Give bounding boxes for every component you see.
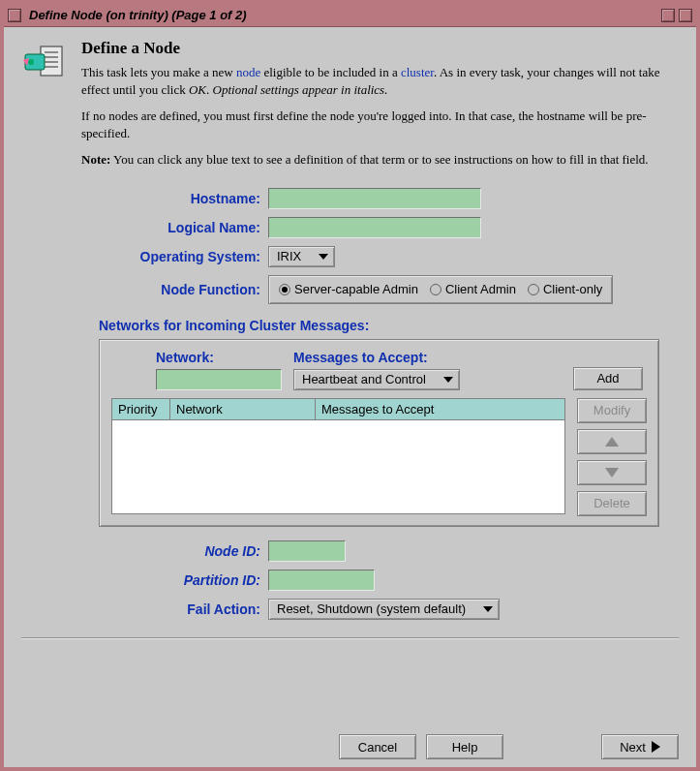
- logical-name-input[interactable]: [268, 217, 481, 238]
- cancel-label: Cancel: [358, 740, 397, 755]
- row-fail-action: Fail Action: Reset, Shutdown (system def…: [99, 599, 659, 620]
- next-button[interactable]: Next: [601, 734, 679, 759]
- desc-paragraph-note: Note: You can click any blue text to see…: [81, 151, 679, 169]
- arrow-down-icon: [605, 468, 619, 478]
- help-label: Help: [452, 740, 478, 755]
- hostname-input[interactable]: [268, 188, 481, 209]
- radio-client-only[interactable]: Client-only: [528, 282, 602, 296]
- footer: Cancel Help Next: [4, 734, 696, 767]
- maximize-button[interactable]: [679, 9, 692, 22]
- modify-button[interactable]: Modify: [577, 398, 647, 423]
- fail-action-value: Reset, Shutdown (system default): [277, 601, 466, 616]
- network-input[interactable]: [156, 369, 282, 390]
- label-messages-to-accept[interactable]: Messages to Accept:: [293, 350, 460, 365]
- label-logical-name[interactable]: Logical Name:: [99, 220, 268, 235]
- label-hostname[interactable]: Hostname:: [99, 191, 268, 206]
- side-buttons: Modify Delete: [577, 398, 647, 516]
- chevron-down-icon: [319, 254, 328, 260]
- modify-label: Modify: [593, 403, 630, 417]
- row-node-function: Node Function: Server-capable Admin Clie…: [99, 275, 659, 304]
- row-hostname: Hostname:: [99, 188, 659, 209]
- col-network[interactable]: Network: [170, 399, 316, 419]
- radio-icon: [528, 284, 539, 295]
- add-button-wrap: Add: [573, 367, 647, 390]
- network-column: Network:: [156, 350, 282, 390]
- operating-system-value: IRIX: [277, 249, 301, 263]
- delete-button[interactable]: Delete: [577, 491, 647, 516]
- operating-system-dropdown[interactable]: IRIX: [268, 246, 335, 267]
- label-operating-system[interactable]: Operating System:: [99, 249, 268, 264]
- networks-group: Network: Messages to Accept: Heartbeat a…: [99, 339, 659, 527]
- link-cluster[interactable]: cluster: [401, 65, 434, 79]
- content-area: Define a Node This task lets you make a …: [4, 27, 696, 734]
- radio-icon: [430, 284, 441, 295]
- node-function-radio-group: Server-capable Admin Client Admin Client…: [268, 275, 613, 304]
- col-priority[interactable]: Priority: [112, 399, 170, 419]
- col-messages[interactable]: Messages to Accept: [316, 399, 564, 419]
- header-row: Define a Node This task lets you make a …: [21, 39, 679, 178]
- row-partition-id: Partition ID:: [99, 570, 659, 591]
- radio-label: Server-capable Admin: [294, 282, 418, 296]
- desc1-pre: This task lets you make a new: [81, 65, 236, 79]
- svg-point-6: [28, 59, 34, 65]
- move-down-button[interactable]: [577, 460, 647, 485]
- radio-server-capable-admin[interactable]: Server-capable Admin: [279, 282, 418, 296]
- fail-action-dropdown[interactable]: Reset, Shutdown (system default): [268, 599, 500, 620]
- radio-client-admin[interactable]: Client Admin: [430, 282, 516, 296]
- window-frame: Define Node (on trinity) (Page 1 of 2) D…: [0, 0, 700, 771]
- radio-label: Client Admin: [445, 282, 516, 296]
- wizard-icon: [21, 39, 68, 85]
- node-id-input[interactable]: [268, 540, 346, 562]
- partition-id-input[interactable]: [268, 570, 375, 591]
- chevron-down-icon: [443, 377, 453, 383]
- table-header: Priority Network Messages to Accept: [112, 399, 564, 420]
- label-node-function[interactable]: Node Function:: [99, 282, 268, 297]
- messages-dropdown[interactable]: Heartbeat and Control: [293, 369, 460, 390]
- note-text: You can click any blue text to see a def…: [110, 152, 648, 167]
- add-button[interactable]: Add: [573, 367, 643, 390]
- delete-label: Delete: [593, 496, 630, 510]
- label-network[interactable]: Network:: [156, 350, 282, 365]
- networks-top-row: Network: Messages to Accept: Heartbeat a…: [111, 350, 647, 390]
- row-logical-name: Logical Name:: [99, 217, 659, 238]
- link-node[interactable]: node: [236, 65, 260, 79]
- titlebar: Define Node (on trinity) (Page 1 of 2): [4, 4, 696, 27]
- next-label: Next: [620, 740, 646, 755]
- note-label: Note:: [81, 152, 110, 167]
- section-networks-label[interactable]: Networks for Incoming Cluster Messages:: [99, 318, 659, 333]
- row-operating-system: Operating System: IRIX: [99, 246, 659, 267]
- desc1-italic: Optional settings appear in italics.: [213, 82, 388, 97]
- page-title: Define a Node: [81, 39, 679, 58]
- window-menu-button[interactable]: [8, 9, 21, 22]
- window-title: Define Node (on trinity) (Page 1 of 2): [21, 8, 661, 22]
- form-area: Hostname: Logical Name: Operating System…: [21, 188, 679, 628]
- arrow-up-icon: [605, 437, 619, 447]
- messages-value: Heartbeat and Control: [302, 372, 426, 386]
- radio-label: Client-only: [543, 282, 602, 296]
- arrow-right-icon: [652, 741, 660, 753]
- label-fail-action[interactable]: Fail Action:: [99, 601, 268, 617]
- radio-icon: [279, 284, 290, 295]
- separator: [21, 637, 679, 639]
- chevron-down-icon: [483, 606, 493, 612]
- desc-paragraph-2: If no nodes are defined, you must first …: [81, 108, 679, 141]
- row-node-id: Node ID:: [99, 540, 659, 562]
- messages-column: Messages to Accept: Heartbeat and Contro…: [293, 350, 460, 390]
- header-text: Define a Node This task lets you make a …: [81, 39, 679, 178]
- desc1-mid: eligible to be included in a: [260, 65, 401, 79]
- cancel-button[interactable]: Cancel: [339, 734, 416, 759]
- label-node-id[interactable]: Node ID:: [99, 543, 268, 559]
- networks-table[interactable]: Priority Network Messages to Accept: [111, 398, 565, 514]
- add-label: Add: [596, 371, 619, 386]
- label-partition-id[interactable]: Partition ID:: [99, 572, 268, 588]
- desc1-ok: OK: [189, 82, 206, 97]
- desc-paragraph-1: This task lets you make a new node eligi…: [81, 64, 679, 98]
- minimize-button[interactable]: [661, 9, 675, 22]
- move-up-button[interactable]: [577, 429, 647, 454]
- networks-body: Priority Network Messages to Accept Modi…: [111, 398, 647, 516]
- help-button[interactable]: Help: [426, 734, 503, 759]
